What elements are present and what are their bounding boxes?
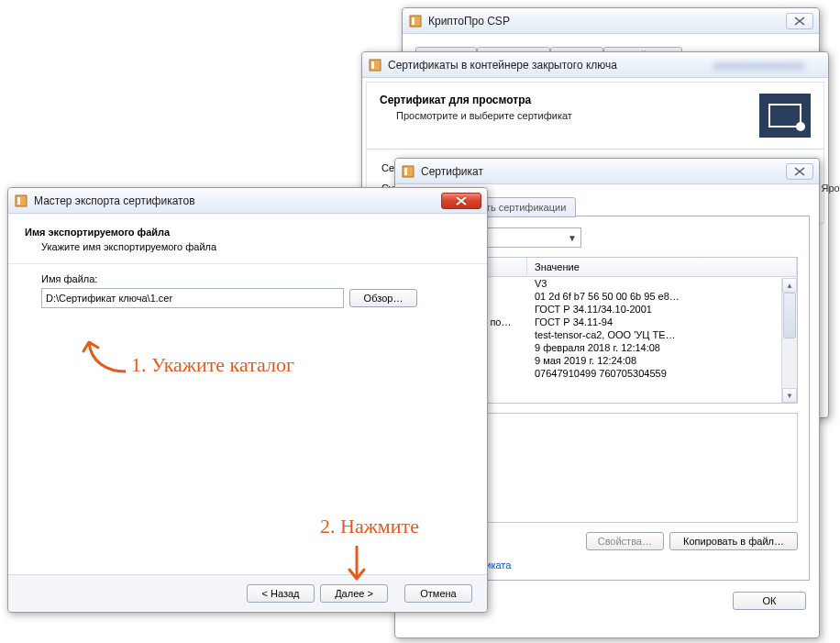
window-title: КриптоПро CSP (428, 15, 510, 28)
wizard-heading: Имя экспортируемого файла (25, 227, 470, 238)
chevron-down-icon: ▼ (568, 233, 577, 243)
titlebar[interactable]: Сертификат (395, 159, 819, 184)
ok-button[interactable]: ОК (733, 592, 806, 610)
svg-rect-4 (403, 166, 414, 177)
svg-rect-7 (17, 197, 20, 205)
panel-heading: Сертификат для просмотра (380, 94, 759, 106)
window-export-wizard: Мастер экспорта сертификатов Имя экспорт… (7, 187, 488, 613)
app-icon (401, 164, 415, 179)
cancel-button[interactable]: Отмена (404, 584, 472, 603)
scrollbar[interactable]: ▲ ▼ (781, 278, 797, 403)
window-title: Мастер экспорта сертификатов (34, 194, 195, 207)
annotation-step1: 1. Укажите каталог (131, 353, 294, 377)
window-title: Сертификат (421, 165, 483, 178)
back-button[interactable]: < Назад (247, 584, 315, 603)
svg-rect-6 (16, 195, 27, 206)
column-value[interactable]: Значение (527, 258, 797, 276)
wizard-footer: < Назад Далее > Отмена (8, 574, 487, 612)
app-icon (368, 58, 382, 72)
copy-to-file-button[interactable]: Копировать в файл… (669, 532, 798, 550)
svg-rect-1 (412, 17, 414, 25)
titlebar[interactable]: Сертификаты в контейнере закрытого ключа… (362, 52, 828, 78)
filename-input[interactable] (41, 288, 344, 308)
scroll-up-button[interactable]: ▲ (782, 278, 797, 293)
annotation-arrow-1 (80, 335, 135, 377)
filename-label: Имя файла: (41, 273, 454, 284)
svg-rect-2 (370, 60, 381, 71)
next-button[interactable]: Далее > (320, 584, 388, 603)
svg-rect-5 (404, 168, 407, 175)
annotation-step2: 2. Нажмите (320, 515, 419, 538)
svg-rect-0 (410, 16, 421, 27)
window-close-button[interactable] (786, 163, 813, 180)
cert-properties-button[interactable]: Свойства… (586, 532, 664, 550)
wizard-subtext: Укажите имя экспортируемого файла (41, 241, 470, 252)
browse-button[interactable]: Обзор… (349, 289, 417, 307)
certificate-icon (759, 94, 811, 138)
scroll-thumb[interactable] (783, 293, 796, 338)
titlebar[interactable]: Мастер экспорта сертификатов (8, 188, 487, 214)
window-close-button[interactable] (441, 193, 481, 209)
titlebar[interactable]: КриптоПро CSP (403, 8, 819, 34)
svg-rect-3 (371, 61, 374, 69)
subject-tail: Ярослав (822, 183, 840, 194)
panel-subtext: Просмотрите и выберите сертификат (396, 110, 759, 121)
blurred-text: xxxxxxxxxxxxxxxxxx (713, 60, 804, 71)
app-icon (408, 14, 423, 28)
window-close-button[interactable] (786, 13, 813, 29)
window-title: Сертификаты в контейнере закрытого ключа (388, 59, 617, 72)
app-icon (14, 194, 28, 208)
scroll-down-button[interactable]: ▼ (782, 388, 797, 403)
